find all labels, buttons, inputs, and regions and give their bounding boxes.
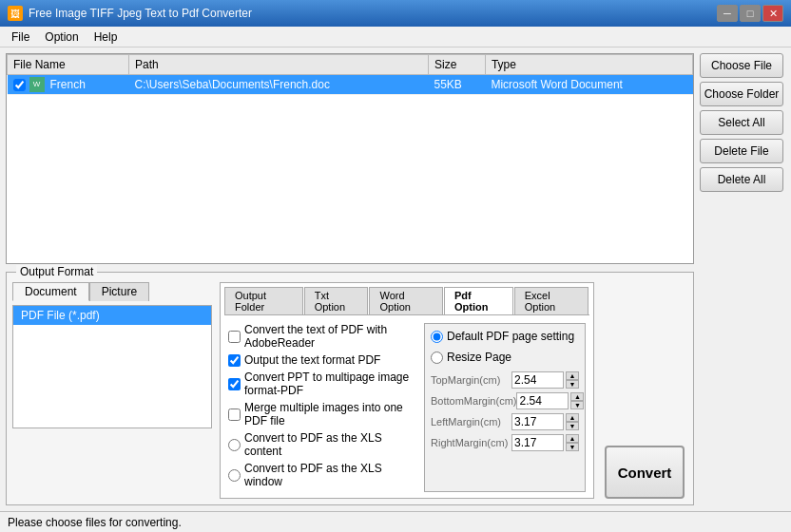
col-type: Type [485, 55, 692, 75]
radio-resize-page[interactable] [431, 352, 443, 364]
top-margin-down[interactable]: ▼ [566, 380, 579, 389]
right-margin-spinner: ▲ ▼ [511, 434, 579, 451]
col-size: Size [429, 55, 486, 75]
bottom-margin-row: BottomMargin(cm) ▲ ▼ [431, 392, 579, 409]
cb-adobereader-label: Convert the text of PDF with AdobeReader [244, 323, 416, 350]
radio-xls-content-label: Convert to PDF as the XLS content [244, 431, 416, 458]
left-margin-row: LeftMargin(cm) ▲ ▼ [431, 413, 579, 430]
file-path: C:\Users\Seba\Documents\French.doc [129, 75, 429, 95]
left-margin-down[interactable]: ▼ [566, 422, 579, 430]
right-buttons-panel: Choose File Choose Folder Select All Del… [700, 53, 785, 505]
bottom-inner: Document Picture PDF File (*.pdf) Output… [12, 282, 687, 499]
convert-area: Convert [602, 282, 687, 499]
close-button[interactable]: ✕ [762, 5, 783, 22]
pdf-checkboxes-area: Convert the text of PDF with AdobeReader… [228, 323, 416, 492]
left-margin-up[interactable]: ▲ [566, 413, 579, 422]
output-format-section: Output Format Document Picture PDF File … [6, 272, 694, 505]
radio-resize-row: Resize Page [431, 351, 579, 364]
options-tabs: Output Folder Txt Option Word Option Pdf… [224, 287, 589, 315]
radio-resize-page-label: Resize Page [447, 351, 511, 364]
pdf-opt-row-2: Output the text format PDF [228, 353, 416, 367]
radio-default-page-label: Default PDF page setting [447, 330, 574, 343]
cb-ppt-multipage[interactable] [228, 378, 241, 390]
bottom-margin-spinners: ▲ ▼ [570, 392, 584, 409]
status-message: Please choose files for converting. [8, 516, 182, 529]
bottom-margin-input[interactable] [516, 392, 569, 409]
col-filename: File Name [8, 55, 129, 75]
bottom-margin-up[interactable]: ▲ [570, 392, 584, 401]
convert-button[interactable]: Convert [605, 446, 685, 499]
radio-xls-window-label: Convert to PDF as the XLS window [244, 462, 416, 488]
right-margin-row: RightMargin(cm) ▲ ▼ [431, 434, 579, 451]
tab-output-folder[interactable]: Output Folder [224, 287, 303, 314]
select-all-button[interactable]: Select All [700, 110, 783, 135]
maximize-button[interactable]: □ [740, 5, 761, 22]
radio-xls-window[interactable] [228, 469, 241, 482]
tab-picture[interactable]: Picture [89, 282, 149, 301]
pdf-opt-row-6: Convert to PDF as the XLS window [228, 462, 416, 488]
file-name: French [50, 78, 86, 91]
delete-file-button[interactable]: Delete File [700, 139, 783, 163]
format-list-item[interactable]: PDF File (*.pdf) [13, 306, 211, 325]
pdf-opt-row-4: Merge multiple images into one PDF file [228, 401, 416, 428]
format-tabs: Document Picture PDF File (*.pdf) [12, 282, 212, 499]
menu-help[interactable]: Help [87, 28, 125, 46]
radio-default-setting-row: Default PDF page setting [431, 330, 579, 343]
tab-word-option[interactable]: Word Option [369, 287, 443, 314]
app-icon: 🖼 [8, 6, 23, 21]
file-table: File Name Path Size Type W [6, 53, 694, 264]
menu-bar: File Option Help [0, 27, 791, 48]
pdf-options-content: Convert the text of PDF with AdobeReader… [224, 321, 589, 494]
col-path: Path [129, 55, 429, 75]
menu-file[interactable]: File [4, 28, 37, 46]
right-margin-input[interactable] [511, 434, 564, 451]
menu-option[interactable]: Option [37, 28, 86, 46]
file-type: Microsoft Word Document [485, 75, 692, 95]
left-margin-label: LeftMargin(cm) [431, 416, 501, 428]
options-panel: Output Folder Txt Option Word Option Pdf… [220, 282, 594, 499]
pdf-opt-row-1: Convert the text of PDF with AdobeReader [228, 323, 416, 350]
table-row[interactable]: W French C:\Users\Seba\Documents\French.… [8, 75, 693, 95]
radio-default-page[interactable] [431, 331, 443, 343]
minimize-button[interactable]: ─ [717, 5, 738, 22]
file-type-icon: W [29, 77, 45, 92]
tab-document[interactable]: Document [12, 282, 89, 301]
format-tab-row: Document Picture [12, 282, 212, 301]
app-title: Free Image TIFF Jpeg Text to Pdf Convert… [29, 7, 252, 20]
cb-merge-images[interactable] [228, 408, 241, 421]
left-margin-input[interactable] [511, 413, 564, 430]
radio-xls-content[interactable] [228, 439, 241, 451]
cb-text-format-label: Output the text format PDF [244, 353, 380, 367]
top-margin-spinner: ▲ ▼ [511, 371, 579, 389]
title-bar: 🖼 Free Image TIFF Jpeg Text to Pdf Conve… [0, 0, 791, 27]
bottom-margin-down[interactable]: ▼ [570, 401, 584, 409]
cb-merge-images-label: Merge multiple images into one PDF file [244, 401, 416, 428]
delete-all-button[interactable]: Delete All [700, 167, 783, 192]
pdf-opt-row-5: Convert to PDF as the XLS content [228, 431, 416, 458]
pdf-margin-panel: Default PDF page setting Resize Page Top… [424, 323, 586, 492]
right-margin-label: RightMargin(cm) [431, 437, 508, 448]
window-controls: ─ □ ✕ [717, 5, 783, 22]
choose-folder-button[interactable]: Choose Folder [700, 82, 783, 106]
row-checkbox[interactable] [13, 79, 26, 91]
choose-file-button[interactable]: Choose File [700, 53, 783, 78]
cb-adobereader[interactable] [228, 331, 241, 343]
cb-text-format[interactable] [228, 354, 241, 367]
right-margin-spinners: ▲ ▼ [566, 434, 579, 451]
top-margin-input[interactable] [511, 371, 564, 389]
right-margin-down[interactable]: ▼ [566, 443, 579, 451]
top-margin-label: TopMargin(cm) [431, 374, 500, 386]
status-bar: Please choose files for converting. [0, 511, 791, 532]
pdf-opt-row-3: Convert PPT to multipage image format-PD… [228, 370, 416, 397]
tab-pdf-option[interactable]: Pdf Option [444, 287, 513, 314]
left-margin-spinners: ▲ ▼ [566, 413, 579, 430]
top-margin-row: TopMargin(cm) ▲ ▼ [431, 371, 579, 389]
bottom-margin-spinner: ▲ ▼ [516, 392, 584, 409]
right-margin-up[interactable]: ▲ [566, 434, 579, 443]
tab-txt-option[interactable]: Txt Option [304, 287, 369, 314]
top-margin-spinners: ▲ ▼ [566, 371, 579, 389]
format-list-box: PDF File (*.pdf) [12, 305, 212, 428]
tab-excel-option[interactable]: Excel Option [514, 287, 588, 314]
output-format-label: Output Format [16, 265, 97, 278]
top-margin-up[interactable]: ▲ [566, 371, 579, 380]
